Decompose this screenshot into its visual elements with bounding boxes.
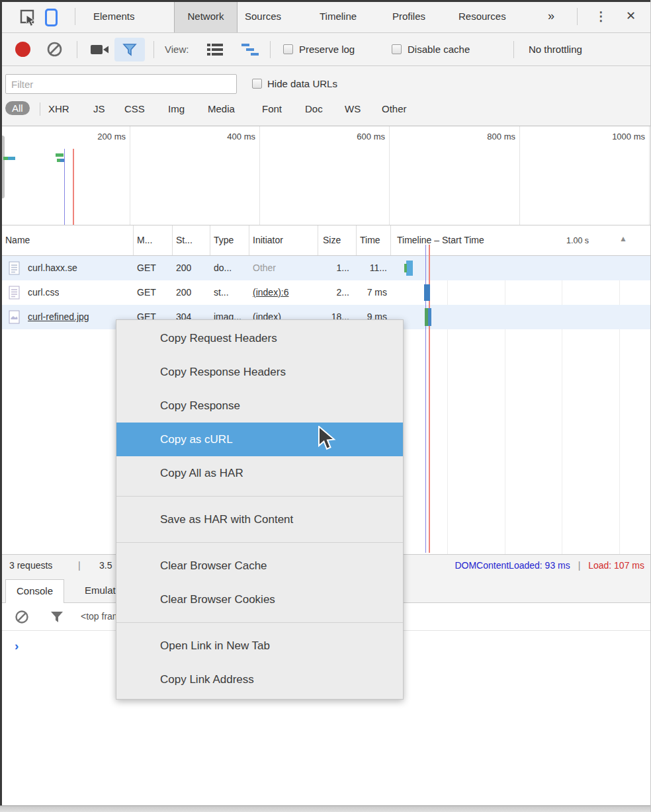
request-initiator: Other — [253, 263, 316, 273]
col-status[interactable]: St... — [176, 235, 193, 245]
tab-elements[interactable]: Elements — [87, 0, 142, 32]
throttling-select[interactable]: No throttling — [529, 44, 582, 55]
sort-arrow-icon[interactable]: ▲ — [619, 234, 627, 243]
type-filter-other[interactable]: Other — [382, 103, 407, 114]
tab-timeline[interactable]: Timeline — [313, 0, 363, 32]
sort-value-label: 1.00 s — [566, 236, 589, 245]
menu-item-copy-response-headers[interactable]: Copy Response Headers — [116, 355, 403, 389]
window-edge — [0, 805, 651, 812]
network-toolbar: View: Preserve log Disable cache No thro… — [0, 33, 651, 66]
clear-console-icon[interactable] — [15, 610, 29, 624]
device-toolbar-icon[interactable] — [44, 8, 58, 27]
stylesheet-icon — [9, 286, 20, 300]
tab-profiles[interactable]: Profiles — [386, 0, 432, 32]
col-time[interactable]: Time — [360, 235, 380, 245]
window-edge — [0, 0, 2, 812]
menu-item-copy-response[interactable]: Copy Response — [116, 389, 403, 423]
overview-request-bar — [57, 159, 64, 162]
overview-tick-400ms: 400 ms — [209, 132, 255, 142]
type-filter-font[interactable]: Font — [262, 103, 282, 114]
type-filter-js[interactable]: JS — [93, 103, 105, 114]
menu-separator — [116, 496, 403, 497]
waterfall-bar — [425, 308, 431, 326]
overview-tick-1000ms: 1000 ms — [599, 132, 645, 142]
type-filter-media[interactable]: Media — [208, 103, 235, 114]
filmstrip-icon[interactable] — [90, 44, 110, 56]
disable-cache-checkbox[interactable] — [392, 44, 402, 54]
menu-item-copy-request-headers[interactable]: Copy Request Headers — [116, 321, 403, 355]
menu-item-copy-as-curl[interactable]: Copy as cURL — [116, 423, 403, 456]
console-prompt-icon[interactable]: › — [15, 639, 19, 653]
view-waterfall-icon[interactable] — [241, 43, 259, 56]
menu-separator — [116, 542, 403, 543]
request-type: st... — [214, 287, 248, 298]
menu-item-copy-link-address[interactable]: Copy Link Address — [116, 663, 403, 696]
col-method[interactable]: M... — [137, 235, 152, 245]
preserve-log-checkbox[interactable] — [283, 44, 293, 54]
request-time: 11... — [356, 263, 387, 273]
type-filter-css[interactable]: CSS — [124, 103, 145, 114]
table-row-curl-haxx-se[interactable]: curl.haxx.se GET 200 do... Other 1... 11… — [0, 256, 651, 280]
type-filter-img[interactable]: Img — [168, 103, 185, 114]
hide-data-urls-checkbox[interactable] — [252, 79, 262, 89]
drawer-tab-console[interactable]: Console — [5, 579, 64, 604]
overview-request-bar — [56, 153, 64, 157]
devtools-window: Elements Network Sources Timeline Profil… — [0, 0, 651, 812]
request-type: do... — [214, 263, 248, 273]
status-separator: | — [573, 560, 586, 571]
dcl-timing: DOMContentLoaded: 93 ms — [455, 560, 570, 571]
overview-tick-600ms: 600 ms — [339, 132, 385, 142]
filter-input[interactable] — [5, 74, 237, 94]
console-filter-icon[interactable] — [50, 610, 64, 624]
load-timing: Load: 107 ms — [588, 560, 644, 571]
record-button[interactable] — [15, 42, 30, 57]
preserve-log-label: Preserve log — [299, 44, 355, 55]
image-file-icon — [9, 310, 20, 324]
type-filter-doc[interactable]: Doc — [305, 103, 323, 114]
view-list-icon[interactable] — [206, 43, 224, 56]
request-status: 200 — [176, 263, 191, 273]
tab-overflow-chevron-icon[interactable]: » — [541, 0, 561, 32]
request-name[interactable]: curl.css — [28, 287, 59, 298]
clear-requests-icon[interactable] — [46, 41, 63, 58]
table-row-curl-css[interactable]: curl.css GET 200 st... (index):6 2... 7 … — [0, 280, 651, 305]
transferred-size: 3.5 — [99, 560, 112, 571]
document-icon — [9, 261, 20, 275]
request-method: GET — [137, 287, 156, 298]
menu-item-copy-all-as-har[interactable]: Copy All as HAR — [116, 456, 403, 490]
col-size[interactable]: Size — [323, 235, 341, 245]
menu-item-open-link-new-tab[interactable]: Open Link in New Tab — [116, 629, 403, 663]
col-name[interactable]: Name — [5, 235, 30, 245]
tab-network[interactable]: Network — [174, 0, 238, 32]
type-filter-ws[interactable]: WS — [345, 103, 361, 114]
menu-separator — [116, 622, 403, 623]
overview-tick-200ms: 200 ms — [79, 132, 126, 142]
menu-item-clear-browser-cache[interactable]: Clear Browser Cache — [116, 549, 403, 583]
menu-item-save-as-har[interactable]: Save as HAR with Content — [116, 503, 403, 536]
type-filter-xhr[interactable]: XHR — [48, 103, 69, 114]
disable-cache-label: Disable cache — [408, 44, 470, 55]
window-edge — [0, 0, 651, 2]
devtools-menu-icon[interactable]: ⋮ — [588, 0, 614, 32]
requests-table-header: Name M... St... Type Initiator Size Time… — [0, 225, 651, 256]
request-name[interactable]: curl.haxx.se — [28, 263, 77, 273]
request-size: 1... — [318, 263, 349, 273]
request-name[interactable]: curl-refined.jpg — [28, 311, 89, 322]
tab-resources[interactable]: Resources — [452, 0, 513, 32]
tab-sources[interactable]: Sources — [238, 0, 288, 32]
overview-request-bar — [3, 157, 15, 160]
request-status: 200 — [176, 287, 191, 298]
overview-tick-800ms: 800 ms — [469, 132, 515, 142]
timeline-overview[interactable]: 200 ms 400 ms 600 ms 800 ms 1000 ms — [0, 126, 651, 225]
col-timeline[interactable]: Timeline – Start Time — [397, 235, 484, 245]
col-initiator[interactable]: Initiator — [253, 235, 283, 245]
request-initiator-link[interactable]: (index):6 — [253, 287, 316, 298]
type-filter-all[interactable]: All — [5, 101, 30, 115]
filter-funnel-icon[interactable] — [122, 42, 138, 58]
close-devtools-icon[interactable]: ✕ — [619, 0, 642, 32]
view-label: View: — [165, 44, 189, 55]
col-type[interactable]: Type — [214, 235, 234, 245]
inspect-element-icon[interactable] — [20, 9, 37, 26]
request-size: 2... — [318, 287, 349, 298]
menu-item-clear-browser-cookies[interactable]: Clear Browser Cookies — [116, 583, 403, 616]
